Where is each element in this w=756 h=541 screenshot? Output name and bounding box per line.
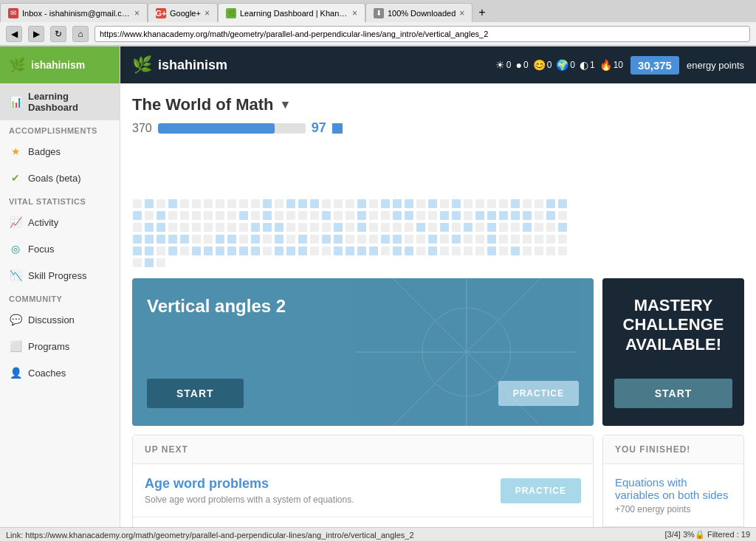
finished-title-0[interactable]: Equations with variables on both sides xyxy=(615,476,732,501)
up-next-section: UP NEXT Age word problems Solve age word… xyxy=(132,435,594,527)
new-tab-button[interactable]: + xyxy=(472,6,491,19)
heatmap-cell xyxy=(145,199,154,208)
heatmap-cell xyxy=(263,199,272,208)
heatmap-cell xyxy=(286,211,295,220)
heatmap-cell xyxy=(204,235,213,244)
tab-gmail-close[interactable]: × xyxy=(134,8,140,18)
sidebar-item-activity[interactable]: 📈 Activity xyxy=(0,209,120,235)
energy-icon-5: ◐ 1 xyxy=(580,59,595,71)
status-bar: Link: https://www.khanacademy.org/math/g… xyxy=(0,527,756,541)
heatmap-cell xyxy=(393,223,402,232)
heatmap-cell xyxy=(475,199,484,208)
practice-button[interactable]: PRACTICE xyxy=(498,381,579,406)
google-plus-favicon: G+ xyxy=(156,8,166,18)
heatmap-cell xyxy=(157,223,165,232)
heatmap-cell xyxy=(452,199,461,208)
sidebar-coaches-label: Coaches xyxy=(28,368,66,379)
back-button[interactable]: ◀ xyxy=(6,26,22,42)
sidebar-item-goals[interactable]: ✔ Goals (beta) xyxy=(0,165,120,191)
heatmap-cell xyxy=(393,235,402,244)
sidebar-badges-label: Badges xyxy=(28,146,61,157)
heatmap-cell xyxy=(251,199,260,208)
heatmap-cell xyxy=(440,199,449,208)
sidebar-item-skill-progress[interactable]: 📉 Skill Progress xyxy=(0,262,120,289)
tab-gmail[interactable]: ✉ Inbox - ishahinism@gmail.com ... × xyxy=(0,3,148,22)
tab-download[interactable]: ⬇ 100% Downloaded × xyxy=(365,3,472,22)
heatmap-cell xyxy=(546,235,555,244)
tab-download-close[interactable]: × xyxy=(459,8,464,18)
mastery-start-button[interactable]: START xyxy=(614,379,732,408)
up-next-item-1: Absolute value equations Solve absolute … xyxy=(133,517,593,527)
heatmap-cell xyxy=(416,211,425,220)
tab-khan-close[interactable]: × xyxy=(352,8,357,18)
heatmap-cell xyxy=(405,211,413,220)
progress-bar xyxy=(158,123,306,134)
heatmap-cell xyxy=(393,211,402,220)
focus-icon: ◎ xyxy=(9,243,22,255)
heatmap-cell xyxy=(369,223,378,232)
tab-google-plus[interactable]: G+ Google+ × xyxy=(148,3,218,22)
practice-card: Vertical angles 2 START PRACTICE xyxy=(132,278,594,426)
up-next-practice-button-0[interactable]: PRACTICE xyxy=(501,478,581,503)
heatmap-cell xyxy=(168,211,177,220)
heatmap-cell xyxy=(145,223,154,232)
energy-label: energy points xyxy=(687,60,744,71)
heatmap-cell xyxy=(346,235,354,244)
sidebar-skill-progress-label: Skill Progress xyxy=(28,270,86,281)
icon-sun: ☀ xyxy=(495,59,505,71)
heatmap-grid xyxy=(132,145,744,268)
heatmap-cell xyxy=(369,235,378,244)
heatmap-cell xyxy=(157,235,165,244)
heatmap-cell xyxy=(334,223,343,232)
heatmap-cell xyxy=(322,235,331,244)
heatmap-cell xyxy=(180,199,189,208)
forward-button[interactable]: ▶ xyxy=(28,26,44,42)
heatmap-cell xyxy=(239,247,248,255)
practice-start-button[interactable]: START xyxy=(147,379,244,408)
heatmap-cell xyxy=(275,211,284,220)
heatmap-cell xyxy=(405,223,413,232)
heatmap-cell xyxy=(133,199,142,208)
tab-google-plus-close[interactable]: × xyxy=(205,8,210,18)
heatmap-cell xyxy=(440,235,449,244)
home-button[interactable]: ⌂ xyxy=(72,26,89,42)
refresh-button[interactable]: ↻ xyxy=(50,26,66,42)
heatmap-cell xyxy=(275,247,284,255)
side-column: MASTERY CHALLENGE AVAILABLE! START YOU F… xyxy=(602,278,744,527)
heatmap-cell xyxy=(428,235,437,244)
heatmap-cell xyxy=(192,199,201,208)
heatmap-cell xyxy=(535,247,543,255)
sidebar-item-badges[interactable]: ★ Badges xyxy=(0,138,120,165)
heatmap-cell xyxy=(393,247,402,255)
tab-khan[interactable]: 🌿 Learning Dashboard | Khan Aca... × xyxy=(218,3,365,22)
progress-section: 370 97 xyxy=(132,120,744,136)
sidebar-item-programs[interactable]: ⬜ Programs xyxy=(0,333,120,359)
sidebar-item-learning-dashboard[interactable]: 📊 Learning Dashboard xyxy=(0,83,120,120)
url-input[interactable] xyxy=(94,26,750,42)
sidebar-item-discussion[interactable]: 💬 Discussion xyxy=(0,306,120,333)
tab-khan-label: Learning Dashboard | Khan Aca... xyxy=(240,9,348,18)
sidebar-item-coaches[interactable]: 👤 Coaches xyxy=(0,359,120,386)
up-next-title-0[interactable]: Age word problems xyxy=(145,476,501,492)
heatmap-cell xyxy=(475,247,484,255)
heatmap-cell xyxy=(464,247,472,255)
subject-dropdown-icon[interactable]: ▼ xyxy=(279,98,291,111)
energy-icons-group: ☀ 0 ● 0 😊 0 🌍 0 xyxy=(495,59,623,71)
heatmap-cell xyxy=(227,199,236,208)
heatmap-cell xyxy=(192,235,201,244)
sidebar-item-focus[interactable]: ◎ Focus xyxy=(0,235,120,262)
main-column: Vertical angles 2 START PRACTICE UP NEXT… xyxy=(132,278,594,527)
status-url: Link: https://www.khanacademy.org/math/g… xyxy=(6,531,414,540)
discussion-icon: 💬 xyxy=(9,314,22,325)
heatmap-cell xyxy=(310,247,319,255)
heatmap-cell xyxy=(535,199,543,208)
heatmap-cell xyxy=(558,247,567,255)
heatmap-cell xyxy=(168,223,177,232)
heatmap-cell xyxy=(546,199,555,208)
heatmap-cell xyxy=(558,223,567,232)
heatmap-cell xyxy=(546,223,555,232)
activity-icon: 📈 xyxy=(9,216,22,228)
heatmap-cell xyxy=(334,235,343,244)
you-finished-section: YOU FINISHED! Equations with variables o… xyxy=(602,435,744,527)
practice-card-title: Vertical angles 2 xyxy=(147,296,579,317)
